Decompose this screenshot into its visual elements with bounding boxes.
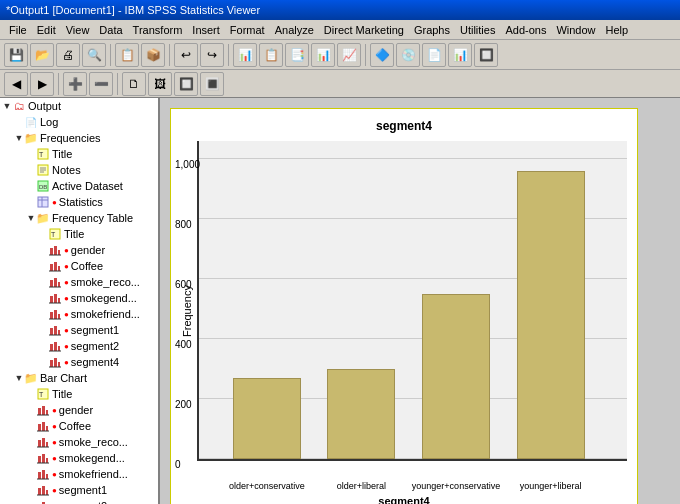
toolbar-button-8[interactable]: ↩ bbox=[174, 43, 198, 67]
tree-expand-ft-segment1[interactable] bbox=[38, 325, 48, 335]
tree-icon-chart bbox=[36, 499, 50, 504]
menu-item-graphs[interactable]: Graphs bbox=[409, 23, 455, 37]
nav-item-ft-smokegend[interactable]: ●smokegend... bbox=[0, 290, 158, 306]
toolbar2-button-3[interactable]: ➕ bbox=[63, 72, 87, 96]
toolbar2-button-0[interactable]: ◀ bbox=[4, 72, 28, 96]
menu-item-help[interactable]: Help bbox=[601, 23, 634, 37]
nav-item-bc-segment2[interactable]: ●segment2 bbox=[0, 498, 158, 504]
toolbar-button-17[interactable]: 🔷 bbox=[370, 43, 394, 67]
nav-item-freq-title[interactable]: TTitle bbox=[0, 146, 158, 162]
tree-expand-bc-gender[interactable] bbox=[26, 405, 36, 415]
menu-item-file[interactable]: File bbox=[4, 23, 32, 37]
toolbar2-button-9[interactable]: 🔳 bbox=[200, 72, 224, 96]
nav-item-frequencies[interactable]: ▼📁Frequencies bbox=[0, 130, 158, 146]
menu-item-edit[interactable]: Edit bbox=[32, 23, 61, 37]
nav-item-bc-smokefriends[interactable]: ●smokefriend... bbox=[0, 466, 158, 482]
tree-expand-bar-chart[interactable]: ▼ bbox=[14, 373, 24, 383]
tree-expand-output[interactable]: ▼ bbox=[2, 101, 12, 111]
tree-expand-ft-segment2[interactable] bbox=[38, 341, 48, 351]
nav-item-notes[interactable]: Notes bbox=[0, 162, 158, 178]
toolbar-button-2[interactable]: 🖨 bbox=[56, 43, 80, 67]
tree-icon-chart bbox=[36, 483, 50, 497]
menu-item-format[interactable]: Format bbox=[225, 23, 270, 37]
nav-item-log[interactable]: 📄Log bbox=[0, 114, 158, 130]
menu-item-insert[interactable]: Insert bbox=[187, 23, 225, 37]
tree-expand-bc-title[interactable] bbox=[26, 389, 36, 399]
toolbar-button-1[interactable]: 📂 bbox=[30, 43, 54, 67]
nav-item-bc-segment1[interactable]: ●segment1 bbox=[0, 482, 158, 498]
toolbar-button-18[interactable]: 💿 bbox=[396, 43, 420, 67]
menu-item-window[interactable]: Window bbox=[551, 23, 600, 37]
menu-item-add-ons[interactable]: Add-ons bbox=[500, 23, 551, 37]
tree-expand-bc-coffee[interactable] bbox=[26, 421, 36, 431]
x-label-2: younger+conservative bbox=[412, 481, 500, 491]
toolbar-button-19[interactable]: 📄 bbox=[422, 43, 446, 67]
tree-expand-bc-smokefriends[interactable] bbox=[26, 469, 36, 479]
toolbar-button-3[interactable]: 🔍 bbox=[82, 43, 106, 67]
toolbar-button-21[interactable]: 🔲 bbox=[474, 43, 498, 67]
nav-item-bc-smokegend[interactable]: ●smokegend... bbox=[0, 450, 158, 466]
nav-item-bar-chart[interactable]: ▼📁Bar Chart bbox=[0, 370, 158, 386]
tree-expand-ft-smoke-rec[interactable] bbox=[38, 277, 48, 287]
tree-expand-bc-smoke-rec[interactable] bbox=[26, 437, 36, 447]
tree-expand-statistics[interactable] bbox=[26, 197, 36, 207]
nav-item-label-bar-chart: Bar Chart bbox=[40, 372, 87, 384]
menu-item-utilities[interactable]: Utilities bbox=[455, 23, 500, 37]
nav-item-ft-segment1[interactable]: ●segment1 bbox=[0, 322, 158, 338]
tree-icon-chart bbox=[48, 355, 62, 369]
tree-expand-freq-title[interactable] bbox=[26, 149, 36, 159]
toolbar2-button-4[interactable]: ➖ bbox=[89, 72, 113, 96]
toolbar2-button-8[interactable]: 🔲 bbox=[174, 72, 198, 96]
tree-expand-ft-smokegend[interactable] bbox=[38, 293, 48, 303]
nav-item-ft-gender[interactable]: ●gender bbox=[0, 242, 158, 258]
toolbar2-button-1[interactable]: ▶ bbox=[30, 72, 54, 96]
tree-expand-ft-coffee[interactable] bbox=[38, 261, 48, 271]
nav-item-statistics[interactable]: ●Statistics bbox=[0, 194, 158, 210]
tree-expand-active-dataset[interactable] bbox=[26, 181, 36, 191]
tree-expand-bc-segment1[interactable] bbox=[26, 485, 36, 495]
toolbar-button-6[interactable]: 📦 bbox=[141, 43, 165, 67]
nav-item-ft-segment4[interactable]: ●segment4 bbox=[0, 354, 158, 370]
nav-item-ft-smoke-rec[interactable]: ●smoke_reco... bbox=[0, 274, 158, 290]
toolbar-button-20[interactable]: 📊 bbox=[448, 43, 472, 67]
tree-expand-ft-segment4[interactable] bbox=[38, 357, 48, 367]
menu-item-data[interactable]: Data bbox=[94, 23, 127, 37]
menu-item-analyze[interactable]: Analyze bbox=[270, 23, 319, 37]
toolbar-button-9[interactable]: ↪ bbox=[200, 43, 224, 67]
toolbar-button-12[interactable]: 📋 bbox=[259, 43, 283, 67]
menu-item-transform[interactable]: Transform bbox=[128, 23, 188, 37]
tree-expand-ft-title[interactable] bbox=[38, 229, 48, 239]
svg-rect-55 bbox=[38, 440, 41, 447]
toolbar-button-13[interactable]: 📑 bbox=[285, 43, 309, 67]
nav-item-label-output: Output bbox=[28, 100, 61, 112]
menu-item-view[interactable]: View bbox=[61, 23, 95, 37]
toolbar-button-11[interactable]: 📊 bbox=[233, 43, 257, 67]
nav-item-bc-gender[interactable]: ●gender bbox=[0, 402, 158, 418]
tree-expand-ft-gender[interactable] bbox=[38, 245, 48, 255]
tree-expand-frequencies[interactable]: ▼ bbox=[14, 133, 24, 143]
toolbar-button-5[interactable]: 📋 bbox=[115, 43, 139, 67]
nav-item-freq-table[interactable]: ▼📁Frequency Table bbox=[0, 210, 158, 226]
nav-item-output[interactable]: ▼🗂Output bbox=[0, 98, 158, 114]
nav-item-bc-title[interactable]: TTitle bbox=[0, 386, 158, 402]
nav-item-bc-smoke-rec[interactable]: ●smoke_reco... bbox=[0, 434, 158, 450]
nav-item-ft-segment2[interactable]: ●segment2 bbox=[0, 338, 158, 354]
tree-expand-log[interactable] bbox=[14, 117, 24, 127]
nav-item-ft-title[interactable]: TTitle bbox=[0, 226, 158, 242]
tree-expand-freq-table[interactable]: ▼ bbox=[26, 213, 36, 223]
toolbar-button-15[interactable]: 📈 bbox=[337, 43, 361, 67]
tree-expand-ft-smokefriends[interactable] bbox=[38, 309, 48, 319]
nav-item-bc-coffee[interactable]: ●Coffee bbox=[0, 418, 158, 434]
nav-item-active-dataset[interactable]: DBActive Dataset bbox=[0, 178, 158, 194]
menu-item-direct-marketing[interactable]: Direct Marketing bbox=[319, 23, 409, 37]
toolbar-button-14[interactable]: 📊 bbox=[311, 43, 335, 67]
nav-item-ft-coffee[interactable]: ●Coffee bbox=[0, 258, 158, 274]
nav-item-label-statistics: Statistics bbox=[59, 196, 103, 208]
nav-item-ft-smokefriends[interactable]: ●smokefriend... bbox=[0, 306, 158, 322]
toolbar-separator bbox=[110, 44, 111, 66]
tree-expand-notes[interactable] bbox=[26, 165, 36, 175]
toolbar2-button-6[interactable]: 🗋 bbox=[122, 72, 146, 96]
tree-expand-bc-smokegend[interactable] bbox=[26, 453, 36, 463]
toolbar-button-0[interactable]: 💾 bbox=[4, 43, 28, 67]
toolbar2-button-7[interactable]: 🖼 bbox=[148, 72, 172, 96]
